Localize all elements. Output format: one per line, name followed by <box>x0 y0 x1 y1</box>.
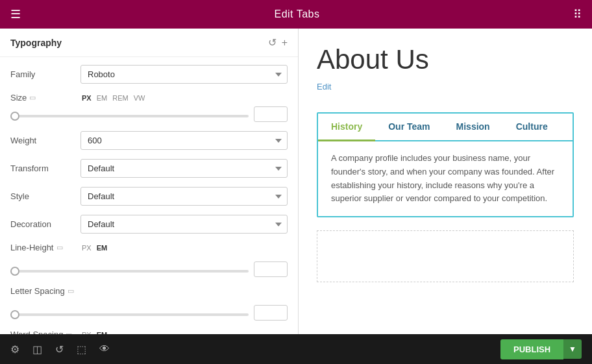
style-control: Default NormalItalicOblique <box>80 187 288 206</box>
publish-dropdown-button[interactable]: ▼ <box>563 339 582 359</box>
toolbar-icons: ⚙ ◫ ↺ ⬚ 👁 <box>10 343 485 356</box>
preview-icon[interactable]: 👁 <box>99 343 110 356</box>
transform-row: Transform Default UppercaseLowercaseCapi… <box>10 159 288 178</box>
line-height-unit-em[interactable]: EM <box>95 244 109 252</box>
tab-our-team[interactable]: Our Team <box>375 114 443 140</box>
main-layout: Typography ↺ + Family Roboto Arial Open … <box>0 29 592 334</box>
edit-link[interactable]: Edit <box>317 82 331 91</box>
transform-label: Transform <box>10 164 75 173</box>
letter-spacing-monitor-icon: ▭ <box>68 287 74 295</box>
style-row: Style Default NormalItalicOblique <box>10 187 288 206</box>
tabs-widget: History Our Team Mission Culture A compa… <box>317 112 574 217</box>
responsive-icon[interactable]: ⬚ <box>77 343 86 356</box>
letter-spacing-slider-row <box>10 305 288 321</box>
panel-content: Family Roboto Arial Open Sans Lato Monts… <box>0 57 298 334</box>
weight-control: 600 100200300 400500 700800900 <box>80 131 288 150</box>
reset-icon[interactable]: ↺ <box>268 36 277 49</box>
line-height-label: Line-Height ▭ <box>10 243 75 252</box>
word-spacing-label-row: Word Spacing ▭ PX EM <box>10 330 288 334</box>
line-height-label-row: Line-Height ▭ PX EM <box>10 243 288 252</box>
tab-mission[interactable]: Mission <box>443 114 503 140</box>
line-height-unit-px[interactable]: PX <box>80 244 93 252</box>
decoration-label: Decoration <box>10 219 75 229</box>
right-panel: About Us Edit History Our Team Mission C… <box>299 29 592 334</box>
size-unit-px[interactable]: PX <box>80 94 93 102</box>
decoration-control: Default NoneUnderlineOverlineLine-throug… <box>80 215 288 234</box>
weight-select[interactable]: 600 100200300 400500 700800900 <box>80 131 288 150</box>
letter-spacing-label-row: Letter Spacing ▭ <box>10 286 288 296</box>
size-unit-rem[interactable]: REM <box>111 94 129 102</box>
word-spacing-label: Word Spacing ▭ <box>10 330 75 334</box>
size-label: Size ▭ <box>10 93 75 103</box>
size-monitor-icon: ▭ <box>29 93 36 102</box>
line-height-monitor-icon: ▭ <box>56 243 63 252</box>
settings-icon[interactable]: ⚙ <box>10 343 19 356</box>
bottom-toolbar: ⚙ ◫ ↺ ⬚ 👁 PUBLISH ▼ <box>0 334 592 364</box>
add-icon[interactable]: + <box>282 37 288 49</box>
letter-spacing-number-input[interactable] <box>254 305 288 321</box>
history-icon[interactable]: ↺ <box>55 343 64 356</box>
family-control: Roboto Arial Open Sans Lato Montserrat <box>80 65 288 84</box>
panel-header-actions: ↺ + <box>268 36 288 49</box>
size-row: Size ▭ PX EM REM VW <box>10 93 288 103</box>
size-control: PX EM REM VW <box>80 94 288 102</box>
family-label: Family <box>10 69 75 79</box>
tab-history[interactable]: History <box>318 114 375 141</box>
weight-label: Weight <box>10 136 75 145</box>
family-row: Family Roboto Arial Open Sans Lato Monts… <box>10 65 288 84</box>
transform-control: Default UppercaseLowercaseCapitalize <box>80 159 288 178</box>
line-height-number-input[interactable] <box>254 261 288 277</box>
line-height-slider[interactable] <box>10 270 249 273</box>
size-slider[interactable] <box>10 115 249 117</box>
page-title: Edit Tabs <box>274 8 319 20</box>
style-select[interactable]: Default NormalItalicOblique <box>80 187 288 206</box>
top-bar: ☰ Edit Tabs ⠿ <box>0 0 592 29</box>
weight-row: Weight 600 100200300 400500 700800900 <box>10 131 288 150</box>
menu-icon[interactable]: ☰ <box>10 7 21 21</box>
line-height-unit-group: PX EM <box>80 244 108 252</box>
size-number-input[interactable] <box>254 106 288 122</box>
letter-spacing-slider-container <box>10 307 249 319</box>
tabs-header: History Our Team Mission Culture <box>318 114 573 141</box>
size-slider-row <box>10 106 288 122</box>
grid-icon[interactable]: ⠿ <box>573 7 582 21</box>
transform-select[interactable]: Default UppercaseLowercaseCapitalize <box>80 159 288 178</box>
tab-content-area: A company profile includes your business… <box>318 141 573 216</box>
panel-header: Typography ↺ + <box>0 29 298 57</box>
family-select[interactable]: Roboto Arial Open Sans Lato Montserrat <box>80 65 288 84</box>
page-heading: About Us <box>317 44 574 75</box>
letter-spacing-slider[interactable] <box>10 313 249 316</box>
size-units: PX EM REM VW <box>80 94 146 102</box>
size-unit-vw[interactable]: VW <box>132 94 147 102</box>
left-panel: Typography ↺ + Family Roboto Arial Open … <box>0 29 299 334</box>
size-slider-container <box>10 108 249 120</box>
line-height-slider-row <box>10 261 288 277</box>
placeholder-box <box>317 230 574 282</box>
decoration-select[interactable]: Default NoneUnderlineOverlineLine-throug… <box>80 215 288 234</box>
tab-culture[interactable]: Culture <box>503 114 561 140</box>
decoration-row: Decoration Default NoneUnderlineOverline… <box>10 215 288 234</box>
size-unit-em[interactable]: EM <box>95 94 109 102</box>
layers-icon[interactable]: ◫ <box>32 343 42 356</box>
typography-title: Typography <box>10 38 62 48</box>
style-label: Style <box>10 191 75 201</box>
letter-spacing-label: Letter Spacing ▭ <box>10 286 75 296</box>
line-height-units: PX EM <box>80 244 288 252</box>
line-height-slider-container <box>10 263 249 275</box>
publish-button[interactable]: PUBLISH <box>500 339 563 359</box>
publish-group: PUBLISH ▼ <box>500 339 582 359</box>
